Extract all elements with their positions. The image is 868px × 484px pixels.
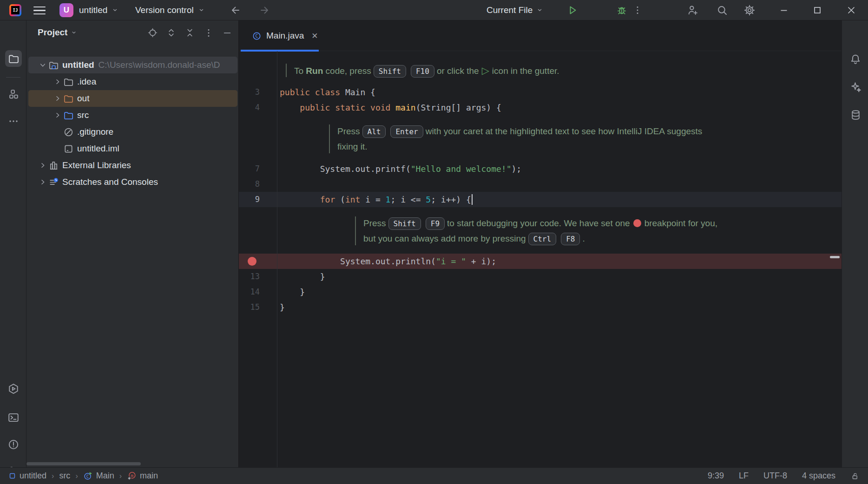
tab-close-icon[interactable]: ✕	[311, 31, 318, 41]
select-opened-file-icon[interactable]	[147, 27, 158, 39]
code-line-9[interactable]: 9 for (int i = 1; i <= 5; i++) {	[239, 192, 842, 207]
line-number[interactable]: 7	[239, 161, 260, 177]
status-caret-position[interactable]: 9:39	[708, 471, 724, 481]
tree-item-untitled-iml[interactable]: untitled.iml	[28, 140, 237, 157]
tree-item--gitignore[interactable]: .gitignore	[28, 124, 237, 140]
run-gutter-icon: ▷	[482, 65, 489, 76]
code-line-4[interactable]: 4 public static void main(String[] args)…	[239, 100, 842, 115]
editor-tab-bar: C Main.java ✕	[239, 20, 842, 51]
code-with-me-button[interactable]	[686, 4, 699, 17]
project-panel-title-dropdown[interactable]: Project	[38, 27, 77, 38]
chevron-right-icon[interactable]	[53, 93, 63, 104]
project-scrollbar[interactable]	[26, 462, 141, 465]
line-number[interactable]: 9	[239, 192, 260, 207]
tool-database-button[interactable]	[847, 106, 864, 123]
java-class-icon: C	[252, 31, 262, 41]
forward-button[interactable]	[258, 4, 271, 17]
code-token: }	[280, 272, 325, 281]
keycap-shift: Shift	[374, 65, 406, 78]
back-button[interactable]	[229, 4, 242, 17]
tool-services-button[interactable]	[5, 380, 22, 397]
hint-text: or click the	[437, 66, 479, 76]
more-tool-windows-button[interactable]	[5, 113, 22, 130]
project-avatar[interactable]: U	[59, 3, 73, 17]
line-number[interactable]: 4	[239, 100, 260, 115]
breadcrumb-item-main[interactable]: CMain	[83, 471, 114, 481]
code-token: 5	[426, 195, 431, 204]
hint-block: PressAltEnterwith your caret at the high…	[239, 124, 842, 154]
close-window-button[interactable]	[845, 4, 858, 17]
tree-item-out[interactable]: out	[28, 90, 237, 107]
panel-more-options-icon[interactable]	[203, 27, 214, 39]
chevron-spacer	[53, 127, 63, 137]
chevron-right-icon[interactable]	[38, 160, 48, 170]
tool-ai-assistant-button[interactable]	[847, 78, 864, 95]
collapse-all-icon[interactable]	[184, 27, 196, 39]
code-line-3[interactable]: 3public class Main {	[239, 85, 842, 100]
run-button[interactable]	[566, 4, 579, 17]
tree-item-scratches-and-consoles[interactable]: Scratches and Consoles	[28, 174, 237, 190]
chevron-right-icon[interactable]	[53, 110, 63, 120]
code-editor[interactable]: To Run code, pressShiftF10or click the▷i…	[239, 51, 842, 467]
tree-item-untitled[interactable]: untitledC:\Users\wisdom.donald-ase\D	[28, 57, 237, 73]
settings-button[interactable]	[743, 4, 756, 17]
main-menu-button[interactable]	[33, 7, 46, 14]
chevron-right-icon[interactable]	[38, 177, 48, 187]
hint-bar	[286, 64, 287, 77]
breadcrumb-item-src[interactable]: src	[59, 471, 70, 481]
tool-project-button[interactable]	[5, 50, 22, 67]
hint-text: .	[582, 234, 585, 243]
tab-main-java[interactable]: C Main.java ✕	[240, 20, 318, 51]
tree-item-src[interactable]: src	[28, 107, 237, 124]
unlocked-icon[interactable]	[850, 471, 860, 481]
status-line-ending[interactable]: LF	[739, 471, 749, 481]
tab-label: Main.java	[266, 31, 304, 41]
chevron-down-icon	[536, 7, 543, 13]
vcs-widget[interactable]: Version control	[135, 0, 205, 20]
code-line-12[interactable]: System.out.println("i = " + i);	[239, 254, 842, 269]
editor-caret	[472, 194, 473, 205]
run-config-selector[interactable]: Current File	[487, 0, 543, 20]
method-icon: m	[127, 471, 137, 481]
breadcrumb-item-untitled[interactable]: untitled	[8, 471, 46, 481]
tree-item-external-libraries[interactable]: External Libraries	[28, 157, 237, 174]
extlib-icon	[48, 160, 59, 171]
breakpoint-icon[interactable]	[248, 257, 256, 266]
minimize-button[interactable]	[777, 4, 790, 17]
more-actions-button[interactable]	[631, 4, 644, 17]
code-token: "i = "	[436, 256, 466, 266]
hint-text: to start debugging your code. We have se…	[447, 218, 630, 228]
project-widget[interactable]: untitled	[79, 0, 118, 20]
search-everywhere-button[interactable]	[716, 4, 729, 17]
tree-item--idea[interactable]: .idea	[28, 73, 237, 90]
line-number[interactable]: 13	[239, 269, 260, 284]
tool-structure-button[interactable]	[5, 85, 22, 102]
debug-button[interactable]	[615, 4, 628, 17]
line-number[interactable]: 14	[239, 284, 260, 300]
chevron-down-icon[interactable]	[38, 60, 48, 70]
title-bar: IJ U untitled Version control Current Fi…	[0, 0, 868, 20]
code-line-7[interactable]: 7 System.out.printf("Hello and welcome!"…	[239, 161, 842, 177]
iml-icon	[63, 143, 74, 154]
hint-block: To Run code, pressShiftF10or click the▷i…	[239, 63, 842, 78]
maximize-button[interactable]	[811, 4, 824, 17]
line-number[interactable]: 15	[239, 300, 260, 315]
breadcrumb-item-main[interactable]: mmain	[127, 471, 158, 481]
code-line-8[interactable]: 8	[239, 177, 842, 192]
hide-panel-icon[interactable]	[221, 27, 233, 39]
code-line-15[interactable]: 15}	[239, 300, 842, 315]
status-indent-style[interactable]: 4 spaces	[802, 471, 835, 481]
chevron-down-icon	[198, 7, 205, 13]
expand-all-icon[interactable]	[165, 27, 177, 39]
line-number[interactable]: 8	[239, 177, 260, 192]
line-number[interactable]: 3	[239, 85, 260, 100]
tool-problems-button[interactable]	[5, 436, 22, 453]
status-encoding[interactable]: UTF-8	[763, 471, 787, 481]
code-line-13[interactable]: 13 }	[239, 269, 842, 284]
chevron-right-icon[interactable]	[53, 77, 63, 87]
code-token: System.out.println(	[280, 256, 436, 266]
code-line-14[interactable]: 14 }	[239, 284, 842, 300]
svg-text:C: C	[86, 474, 89, 479]
tool-notifications-button[interactable]	[847, 51, 864, 67]
tool-terminal-button[interactable]	[5, 409, 22, 426]
